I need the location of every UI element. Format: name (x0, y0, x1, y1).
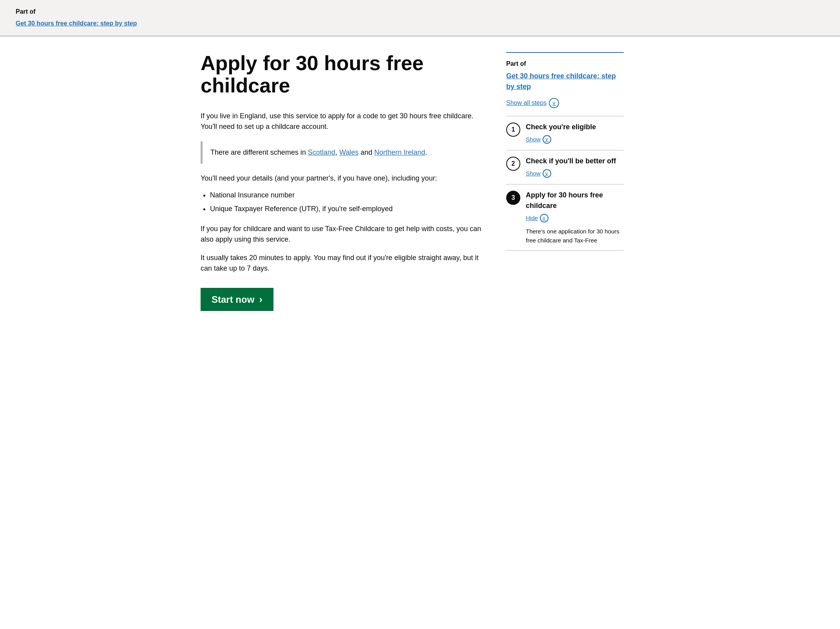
ni-link[interactable]: Northern Ireland (374, 148, 425, 156)
step-body-2: Check if you'll be better off Show ∨ (526, 156, 616, 179)
chevron-down-icon-1: ∨ (543, 135, 551, 144)
step-title-2: Check if you'll be better off (526, 156, 616, 166)
main-layout: Apply for 30 hours free childcare If you… (185, 36, 655, 334)
sidebar: Part of Get 30 hours free childcare: ste… (506, 52, 624, 311)
bullet-list: National Insurance number Unique Taxpaye… (210, 190, 483, 214)
scotland-link[interactable]: Scotland (308, 148, 335, 156)
step-title-3: Apply for 30 hours free childcare (526, 190, 624, 211)
step-toggle-label-2: Show (526, 170, 541, 177)
inset-suffix: . (425, 148, 427, 156)
tax-free-para: If you pay for childcare and want to use… (201, 224, 483, 245)
step-toggle-label-3: Hide (526, 215, 538, 221)
step-item-1: 1 Check you're eligible Show ∨ (506, 116, 624, 150)
step-number-1: 1 (506, 123, 520, 137)
chevron-down-icon: ∨ (549, 98, 559, 108)
step-body-1: Check you're eligible Show ∨ (526, 122, 596, 145)
step-detail-3: There's one application for 30 hours fre… (526, 227, 624, 245)
chevron-up-icon-3: ∧ (540, 214, 549, 222)
step-body-3: Apply for 30 hours free childcare Hide ∧… (526, 190, 624, 245)
step-title-1: Check you're eligible (526, 122, 596, 132)
inset-text-prefix: There are different schemes in (210, 148, 308, 156)
start-now-button[interactable]: Start now › (201, 288, 273, 311)
step-toggle-1[interactable]: Show ∨ (526, 135, 551, 144)
list-item: National Insurance number (210, 190, 483, 201)
sidebar-guide-link[interactable]: Get 30 hours free childcare: step by ste… (506, 71, 624, 92)
details-intro: You'll need your details (and your partn… (201, 173, 483, 184)
step-number-2: 2 (506, 157, 520, 171)
step-number-3: 3 (506, 191, 520, 205)
show-all-steps-button[interactable]: Show all steps ∨ (506, 98, 559, 108)
breadcrumb-bar: Part of Get 30 hours free childcare: ste… (0, 0, 840, 36)
step-list: 1 Check you're eligible Show ∨ 2 Check i… (506, 116, 624, 251)
intro-paragraph: If you live in England, use this service… (201, 111, 483, 132)
breadcrumb-part-of-label: Part of (16, 7, 824, 16)
chevron-down-icon-2: ∨ (543, 169, 551, 178)
start-button-arrow: › (259, 293, 262, 305)
show-all-steps-label: Show all steps (506, 99, 547, 107)
list-item: Unique Taxpayer Reference (UTR), if you'… (210, 204, 483, 214)
page-title: Apply for 30 hours free childcare (201, 52, 483, 97)
step-toggle-label-1: Show (526, 136, 541, 143)
wales-link[interactable]: Wales (339, 148, 358, 156)
start-button-label: Start now (212, 294, 254, 305)
inset-block: There are different schemes in Scotland,… (201, 141, 483, 164)
step-toggle-2[interactable]: Show ∨ (526, 169, 551, 178)
main-content: Apply for 30 hours free childcare If you… (201, 52, 483, 311)
step-item-3: 3 Apply for 30 hours free childcare Hide… (506, 184, 624, 251)
inset-comma: , (335, 148, 339, 156)
inset-and: and (358, 148, 374, 156)
sidebar-divider (506, 52, 624, 53)
step-toggle-3[interactable]: Hide ∧ (526, 214, 549, 222)
timing-para: It usually takes 20 minutes to apply. Yo… (201, 253, 483, 274)
sidebar-part-of-label: Part of (506, 59, 624, 69)
breadcrumb-link[interactable]: Get 30 hours free childcare: step by ste… (16, 20, 137, 27)
step-item-2: 2 Check if you'll be better off Show ∨ (506, 150, 624, 184)
